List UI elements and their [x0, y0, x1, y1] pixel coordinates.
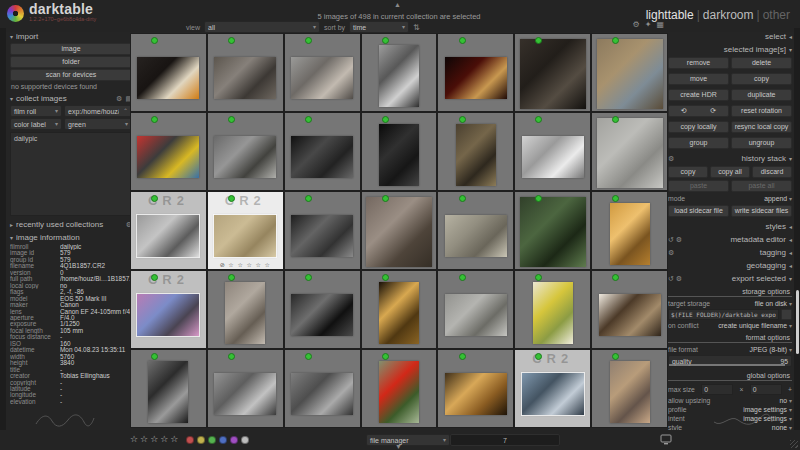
star-icon[interactable]: ☆ [130, 434, 138, 444]
layout-mode-dropdown[interactable]: file manager ▾ [366, 434, 450, 446]
thumbnail-cell[interactable] [592, 350, 667, 427]
history-paste-button[interactable]: paste [668, 180, 729, 192]
thumbnail-cell[interactable] [438, 113, 513, 190]
collect-rule1-value[interactable]: exp:/home/houz/Bilder/archiv/dailypic ⌃ [64, 105, 132, 117]
rotate-ccw-icon[interactable]: ⟲ [681, 106, 687, 116]
thumbnail-cell[interactable] [515, 192, 590, 269]
color-label-icon[interactable] [230, 436, 238, 444]
tab-lighttable[interactable]: lighttable [646, 8, 694, 22]
resync-local-copy-button[interactable]: resync local copy [731, 121, 792, 133]
right-panel-edge[interactable] [794, 28, 800, 430]
thumbnail-cell[interactable] [285, 350, 360, 427]
collapse-bottom-panel-arrow[interactable]: ▼ [395, 443, 402, 450]
on-conflict-dropdown[interactable]: create unique filename▾ [718, 322, 792, 329]
right-panel-scrollbar[interactable] [796, 290, 799, 354]
reset-rotation-button[interactable]: reset rotation [731, 105, 792, 117]
color-label-icon[interactable] [219, 436, 227, 444]
plus-icon[interactable]: + [788, 386, 792, 393]
collect-rule2-field-dropdown[interactable]: color label ▾ [10, 118, 62, 130]
styles-section-header[interactable]: styles ◂ [668, 222, 792, 231]
thumbnail-cell[interactable] [131, 113, 206, 190]
resize-grip[interactable] [790, 440, 798, 448]
collect-images-section-header[interactable]: ▾ collect images ⚙ ▤ [10, 94, 132, 103]
thumbnail-cell[interactable] [362, 34, 437, 111]
export-path-input[interactable] [668, 309, 779, 320]
sort-by-dropdown[interactable]: time ▾ [349, 21, 409, 33]
thumbnail-cell[interactable] [592, 113, 667, 190]
thumbnail-cell[interactable] [438, 34, 513, 111]
color-label-icon[interactable] [186, 436, 194, 444]
star-icon[interactable]: ☆ [150, 434, 158, 444]
star-icon[interactable]: ☆ [140, 434, 148, 444]
remove-button[interactable]: remove [668, 57, 729, 69]
thumbnail-cell[interactable] [131, 350, 206, 427]
thumbnail-cell[interactable] [285, 34, 360, 111]
path-picker-icon[interactable] [781, 309, 792, 320]
tab-other[interactable]: other [763, 8, 790, 22]
thumbnail-cell[interactable]: CR2 [131, 192, 206, 269]
thumbnail-cell[interactable] [592, 192, 667, 269]
write-sidecar-button[interactable]: write sidecar files [731, 205, 792, 217]
color-label-icon[interactable] [241, 436, 249, 444]
thumbnail-cell[interactable] [592, 34, 667, 111]
zoom-level-slider[interactable]: 7 [450, 434, 560, 446]
create-hdr-button[interactable]: create HDR [668, 89, 729, 101]
collect-rule2-value-dropdown[interactable]: green ▾ [64, 118, 132, 130]
history-paste-all-button[interactable]: paste all [731, 180, 792, 192]
color-label-icon[interactable] [197, 436, 205, 444]
preferences-gear-icon[interactable]: ⚙ [633, 20, 640, 29]
thumbnail-cell[interactable]: CR2 [515, 350, 590, 427]
thumbnail-cell[interactable] [285, 271, 360, 348]
thumbnail-cell[interactable] [515, 34, 590, 111]
reset-icon[interactable]: ↺ ⚙ [668, 275, 682, 283]
thumbnail-cell[interactable] [285, 192, 360, 269]
geotagging-section-header[interactable]: geotagging ◂ [668, 261, 792, 270]
rotate-cw-icon[interactable]: ⟳ [710, 106, 716, 116]
thumbnail-cell[interactable] [438, 271, 513, 348]
thumbnail-cell[interactable] [515, 271, 590, 348]
collect-results-list[interactable]: dailypic [10, 132, 132, 216]
display-profile-icon[interactable] [660, 434, 672, 445]
ungroup-button[interactable]: ungroup [731, 137, 792, 149]
thumbnail-cell[interactable] [438, 350, 513, 427]
collapse-top-panel-arrow[interactable]: ▲ [394, 1, 401, 8]
history-discard-button[interactable]: discard [752, 166, 792, 178]
thumbnail-cell[interactable] [208, 113, 283, 190]
history-copy-button[interactable]: copy [668, 166, 708, 178]
thumbnail-cell[interactable] [362, 350, 437, 427]
history-copy-all-button[interactable]: copy all [710, 166, 750, 178]
collect-rule1-field-dropdown[interactable]: film roll ▾ [10, 105, 62, 117]
export-section-header[interactable]: ↺ ⚙ export selected ▾ [668, 274, 792, 283]
thumbnail-cell[interactable] [208, 34, 283, 111]
thumbnail-cell[interactable] [285, 113, 360, 190]
max-height-input[interactable]: 0 [750, 384, 782, 395]
import-section-header[interactable]: ▾ import [10, 32, 132, 41]
scan-devices-button[interactable]: scan for devices [10, 69, 132, 81]
collect-result-item[interactable]: dailypic [14, 135, 128, 142]
tagging-section-header[interactable]: ⚙ tagging ◂ [668, 248, 792, 257]
thumbnail-cell[interactable] [208, 271, 283, 348]
target-storage-dropdown[interactable]: file on disk▾ [755, 300, 792, 307]
presets-gear-icon[interactable]: ⚙ [116, 95, 122, 103]
move-button[interactable]: move [668, 73, 729, 85]
copy-locally-button[interactable]: copy locally [668, 121, 729, 133]
import-folder-button[interactable]: folder [10, 56, 132, 68]
tab-darkroom[interactable]: darkroom [703, 8, 754, 22]
thumbnail-cell[interactable] [438, 192, 513, 269]
select-section-header[interactable]: select ◂ [668, 32, 792, 41]
recent-collections-section-header[interactable]: ▸ recently used collections ⚙ [10, 220, 132, 229]
thumbnail-cell[interactable] [362, 271, 437, 348]
star-icon[interactable]: ☆ [160, 434, 168, 444]
reset-icon[interactable]: ↺ ⚙ [668, 236, 682, 244]
quality-slider[interactable]: quality 95 [668, 355, 792, 367]
copy-button[interactable]: copy [731, 73, 792, 85]
max-width-input[interactable]: 0 [701, 384, 733, 395]
duplicate-button[interactable]: duplicate [731, 89, 792, 101]
color-label-icon[interactable] [208, 436, 216, 444]
image-information-section-header[interactable]: ▾ image information [10, 233, 132, 242]
thumb-rating-tools[interactable]: ⊘ ☆ ☆ ☆ ☆ ☆ [208, 261, 283, 268]
group-button[interactable]: group [668, 137, 729, 149]
thumbnail-cell[interactable]: CR2⊘ ☆ ☆ ☆ ☆ ☆ [208, 192, 283, 269]
thumbnail-cell[interactable] [362, 192, 437, 269]
presets-gear-icon[interactable]: ⚙ [668, 155, 674, 163]
